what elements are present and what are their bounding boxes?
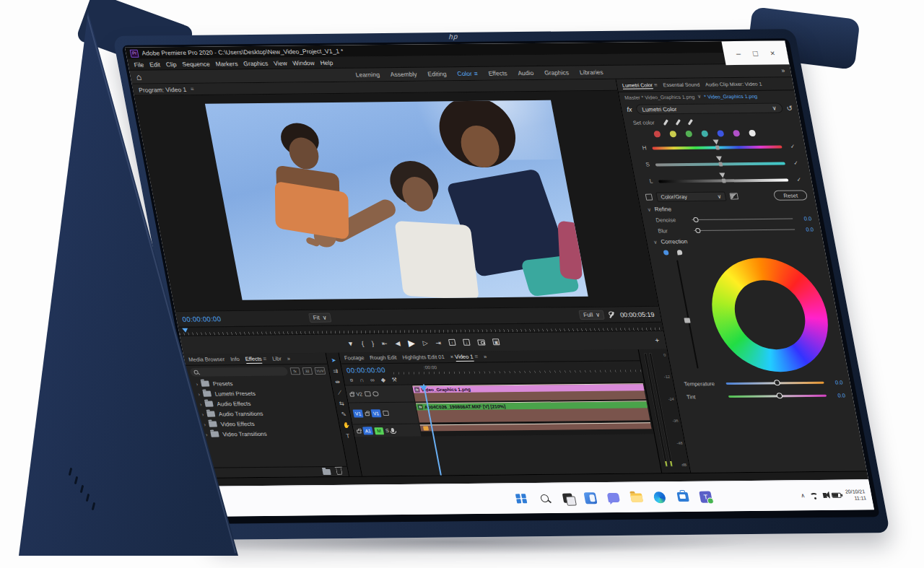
tab-highlights-edit[interactable]: Highlights Edit 01 [402,354,445,361]
pen-tool-icon[interactable]: ✎ [340,411,348,418]
selection-tool-icon[interactable]: ➤ [330,357,338,364]
tab-video-1[interactable]: × Video 1 ≡ [450,354,479,360]
close-tab-icon[interactable]: × [450,354,454,360]
timeline-playhead-cap[interactable] [419,385,427,390]
swatch-magenta[interactable] [733,130,741,136]
panel-menu-icon[interactable]: ≡ [653,82,658,88]
search-input[interactable] [189,367,288,376]
slip-tool-icon[interactable]: ⇆ [338,401,346,407]
32bit-badge[interactable]: 32 [302,367,313,375]
chevron-right-icon[interactable]: › [199,401,202,406]
workspace-tab-assembly[interactable]: Assembly [390,71,418,78]
workspace-tab-learning[interactable]: Learning [355,71,380,78]
eyedropper-icon[interactable] [663,119,668,126]
ripple-edit-tool-icon[interactable]: ⇹ [334,379,341,385]
tab-lumetri-color[interactable]: Lumetri Color ≡ [622,82,658,89]
lock-icon[interactable] [357,429,362,433]
widgets-button[interactable] [581,490,600,506]
slider-handle-icon[interactable] [716,156,723,161]
snap-icon[interactable]: ∩ [359,377,364,383]
lightness-checkbox[interactable]: ✓ [793,176,805,183]
yuv-badge[interactable]: YUV [314,367,326,374]
workspace-menu-icon[interactable]: ≡ [474,70,479,77]
playhead-marker-icon[interactable] [182,328,188,333]
lock-icon[interactable] [349,393,354,396]
workspace-tab-graphics[interactable]: Graphics [544,69,570,76]
mask-icon[interactable] [676,250,682,255]
denoise-slider[interactable] [692,219,793,220]
menu-file[interactable]: File [134,61,145,68]
workspace-tab-color[interactable]: Color≡ [456,70,478,77]
program-timecode[interactable]: 00:00:00:00 [182,315,222,323]
menu-sequence[interactable]: Sequence [181,60,210,67]
swatch-green[interactable] [685,131,693,137]
extract-button[interactable]: ↓ [463,339,471,346]
go-to-out-button[interactable]: ⇥ [435,339,441,346]
tint-value[interactable]: 0.0 [830,392,846,398]
tab-audio-clip-mixer[interactable]: Audio Clip Mixer: Video 1 [705,82,762,87]
settings-wrench-icon[interactable] [608,311,616,318]
maximize-button[interactable]: □ [752,48,759,57]
voiceover-mic-icon[interactable] [391,427,394,432]
delete-icon[interactable] [336,468,343,475]
tab-media-browser[interactable]: Media Browser [188,356,225,363]
track-a1-clips[interactable] [419,421,654,436]
marker-icon[interactable]: ◆ [380,377,386,383]
eyedropper-minus-icon[interactable] [687,119,692,126]
workspace-tab-libraries[interactable]: Libraries [579,69,603,76]
workspace-tab-editing[interactable]: Editing [427,70,448,77]
swatch-white[interactable] [749,130,757,136]
swatch-blue[interactable] [717,130,725,136]
chevron-right-icon[interactable]: › [198,391,201,396]
slider-handle-icon[interactable] [712,139,719,144]
swatch-red[interactable] [653,131,661,137]
slider-knob[interactable] [715,145,720,149]
start-button[interactable] [512,491,531,507]
type-tool-icon[interactable]: T [344,433,352,440]
zoom-level-select[interactable]: Fit∨ [308,313,332,323]
menu-graphics[interactable]: Graphics [243,59,269,66]
swatch-teal[interactable] [701,131,709,137]
target-a1-button[interactable]: A1 [362,427,373,434]
task-view-button[interactable] [558,490,577,506]
hue-color-wheel[interactable] [702,257,838,372]
lock-icon[interactable] [365,412,370,416]
step-forward-button[interactable]: ▷ [422,339,429,346]
tab-footage[interactable]: Footage [344,354,365,361]
master-label[interactable]: Master * Video_Graphics 1.png [624,94,695,100]
chevron-right-icon[interactable]: › [204,421,206,427]
slider-knob[interactable] [773,380,780,385]
temperature-slider[interactable] [725,381,824,384]
hue-slider[interactable] [652,145,782,149]
track-v2-clips[interactable]: fx Video_Graphics 1.png [411,383,648,401]
saturation-checkbox[interactable]: ✓ [790,160,802,166]
file-explorer-button[interactable] [627,489,646,505]
luma-slider[interactable] [676,260,699,368]
lightness-slider[interactable] [658,178,788,183]
panel-menu-icon[interactable]: ≡ [474,354,479,360]
play-button[interactable]: ▶ [407,338,416,348]
accelerated-effects-badge[interactable]: fx [289,367,300,375]
effect-select[interactable]: Lumetri Color∨ [635,102,783,114]
workspace-tab-audio[interactable]: Audio [517,69,534,77]
minimize-button[interactable]: – [736,48,741,57]
hue-checkbox[interactable]: ✓ [787,143,798,149]
tray-chevron-up-icon[interactable]: ∧ [800,492,806,499]
timeline-timecode[interactable]: 00:00:00:00 [346,365,385,374]
clip-video-graphics[interactable]: fx Video_Graphics 1.png [412,383,646,401]
taskbar-search-button[interactable] [535,490,554,506]
color-dot-icon[interactable] [663,250,668,255]
workspace-overflow-icon[interactable]: » [780,66,785,74]
step-back-button[interactable]: ◀ [394,339,401,346]
slider-knob[interactable] [695,228,701,233]
program-viewport[interactable] [134,91,658,311]
track-v1-clips[interactable]: fx A004C026_190808AT.MXF [V] [210%] [415,400,652,423]
solo-button[interactable]: S [385,428,389,433]
store-button[interactable] [674,489,692,504]
tree-item-video-transitions[interactable]: ›Video Transitions [198,428,341,440]
menu-markers[interactable]: Markers [215,60,239,67]
tabs-overflow-icon[interactable]: » [287,355,291,362]
clip-link[interactable]: * Video_Graphics 1.png [704,93,758,99]
export-frame-button[interactable] [477,339,486,345]
nest-icon[interactable]: ¤ [349,377,354,383]
